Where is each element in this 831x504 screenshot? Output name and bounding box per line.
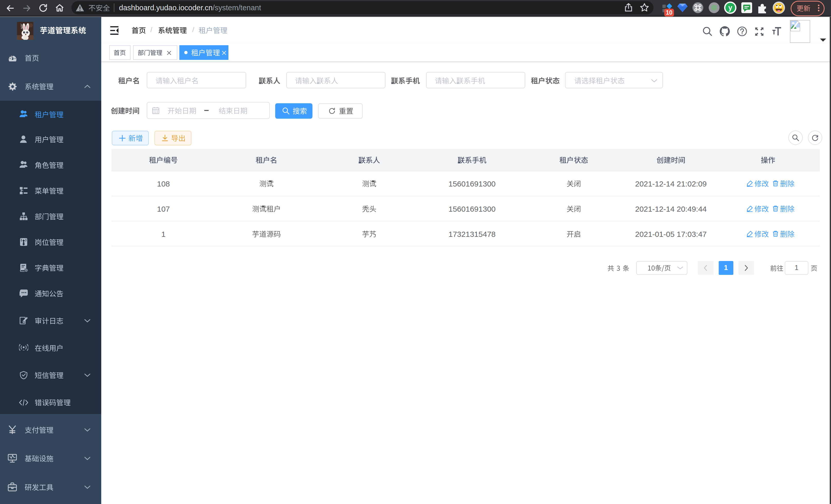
svg-text:y: y — [728, 4, 732, 11]
svg-text:10: 10 — [666, 9, 672, 16]
